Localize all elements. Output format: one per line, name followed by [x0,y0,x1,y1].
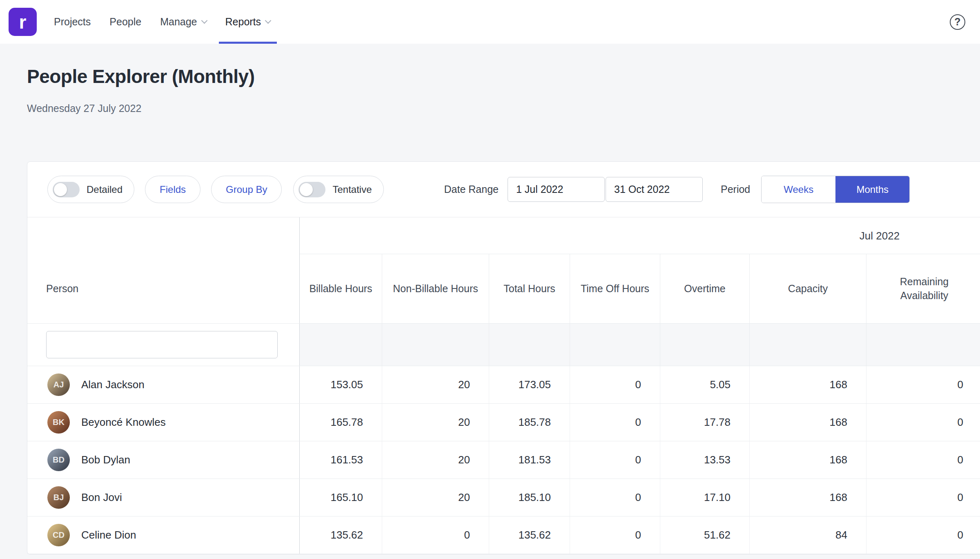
filter-row [27,324,980,366]
detailed-toggle-label: Detailed [87,184,122,195]
filter-cell [300,324,382,366]
filter-cell [866,324,980,366]
person-name: Beyoncé Knowles [81,416,166,429]
nav-item-projects[interactable]: Projects [54,0,91,44]
tentative-toggle-track [298,182,325,197]
value-cell: 17.10 [660,479,749,516]
table-row: BDBob Dylan161.5320181.53013.531680 [27,441,980,479]
value-cell: 0 [382,517,489,554]
page-title: People Explorer (Monthly) [27,65,980,87]
value-cell: 84 [749,517,866,554]
value-cell: 0 [866,517,980,554]
top-nav: r ProjectsPeopleManageReports ? [0,0,980,44]
nav-item-label: Manage [160,16,197,28]
nav-item-manage[interactable]: Manage [160,0,206,44]
person-name: Bob Dylan [81,454,130,466]
tentative-toggle[interactable]: Tentative [293,176,383,203]
filter-cell [570,324,660,366]
filter-cell [660,324,749,366]
table-row: BJBon Jovi165.1020185.10017.101680 [27,479,980,517]
value-cell: 0 [866,441,980,479]
value-cell: 0 [866,366,980,403]
nav-item-label: People [109,16,141,28]
column-header: Time Off Hours [570,254,660,323]
person-name: Celine Dion [81,529,136,541]
person-column-header-label: Person [46,283,78,295]
value-cell: 185.78 [489,404,570,441]
value-cell: 0 [570,366,660,403]
nav-item-people[interactable]: People [109,0,141,44]
report-card: Detailed Fields Group By Tentative Date … [27,161,980,555]
avatar: BD [47,449,70,471]
value-cell: 0 [866,479,980,516]
period-segmented-control: Weeks Months [761,176,910,203]
toggle-knob [300,183,313,196]
people-table: Person Jul 2022 Billable HoursNon-Billab… [27,217,980,554]
column-header: Billable Hours [300,254,382,323]
help-icon[interactable]: ? [950,14,965,30]
value-cell: 0 [570,517,660,554]
person-cell[interactable]: CDCeline Dion [27,517,300,554]
value-cell: 165.78 [300,404,382,441]
table-row: BKBeyoncé Knowles165.7820185.78017.78168… [27,404,980,441]
avatar: BK [47,411,70,434]
filter-cell [382,324,489,366]
date-to-input[interactable] [606,177,703,202]
detailed-toggle[interactable]: Detailed [47,176,134,203]
period-weeks-button[interactable]: Weeks [762,176,835,203]
column-headers-row: Billable HoursNon-Billable HoursTotal Ho… [300,254,980,323]
value-cell: 51.62 [660,517,749,554]
column-header: Overtime [660,254,749,323]
nav-item-label: Reports [225,16,261,28]
value-cell: 0 [570,441,660,479]
value-cell: 185.10 [489,479,570,516]
month-column-group: Jul 2022 Billable HoursNon-Billable Hour… [300,217,980,323]
app-logo[interactable]: r [9,8,37,36]
value-cell: 173.05 [489,366,570,403]
person-cell[interactable]: BKBeyoncé Knowles [27,404,300,441]
person-cell[interactable]: BJBon Jovi [27,479,300,516]
value-cell: 168 [749,366,866,403]
value-cell: 13.53 [660,441,749,479]
filter-cell [489,324,570,366]
column-header: Total Hours [489,254,570,323]
column-header: Remaining Availability [866,254,980,323]
month-header-label: Jul 2022 [860,229,900,242]
group-by-button[interactable]: Group By [211,176,282,203]
app-logo-letter: r [19,11,27,33]
date-from-input[interactable] [508,177,605,202]
filter-cells [300,324,980,366]
avatar: AJ [47,373,70,396]
column-header: Capacity [749,254,866,323]
value-cell: 168 [749,479,866,516]
column-header: Non-Billable Hours [382,254,489,323]
avatar: BJ [47,486,70,509]
tentative-toggle-label: Tentative [332,184,372,195]
person-filter-cell [27,324,300,366]
table-body: AJAlan Jackson153.0520173.0505.051680BKB… [27,366,980,554]
value-cell: 165.10 [300,479,382,516]
filter-cell [749,324,866,366]
person-name: Alan Jackson [81,378,145,391]
value-cell: 20 [382,366,489,403]
value-cell: 17.78 [660,404,749,441]
value-cell: 0 [866,404,980,441]
value-cell: 168 [749,441,866,479]
date-range-label: Date Range [444,183,499,195]
person-cell[interactable]: AJAlan Jackson [27,366,300,403]
report-toolbar: Detailed Fields Group By Tentative Date … [27,162,980,217]
toggle-knob [54,183,67,196]
value-cell: 153.05 [300,366,382,403]
chevron-down-icon [201,17,207,24]
value-cell: 20 [382,404,489,441]
nav-item-reports[interactable]: Reports [225,0,271,44]
value-cell: 20 [382,441,489,479]
person-name: Bon Jovi [81,491,122,504]
value-cell: 0 [570,404,660,441]
person-cell[interactable]: BDBob Dylan [27,441,300,479]
person-filter-input[interactable] [46,331,278,358]
nav-items: ProjectsPeopleManageReports [54,0,270,44]
page-main: People Explorer (Monthly) Wednesday 27 J… [0,65,980,555]
fields-button[interactable]: Fields [145,176,200,203]
period-months-button[interactable]: Months [835,176,909,203]
